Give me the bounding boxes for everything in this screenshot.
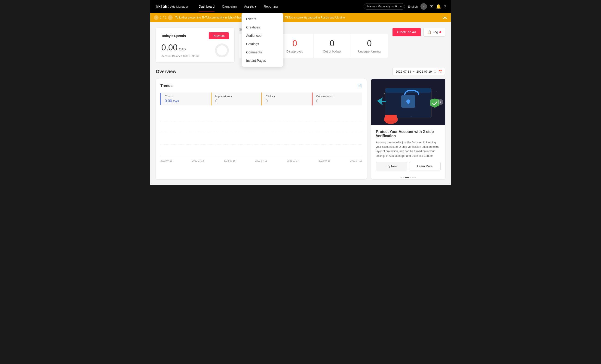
promo-buttons: Try Now Learn More (376, 162, 441, 171)
bell-icon[interactable]: 🔔 (436, 4, 441, 9)
help-icon[interactable]: ? (444, 4, 446, 9)
status-disapproved-label: Disapproved (281, 50, 309, 53)
promo-dot-1 (401, 177, 402, 178)
overview-body: Trends 📄 Cost ▾ 0.00 (156, 79, 445, 179)
overview-title: Overview (156, 69, 176, 74)
chart-label-4: 2022-07-17 (287, 160, 299, 162)
payment-button[interactable]: Payment (209, 32, 229, 39)
avatar: u (421, 3, 427, 10)
banner-next-btn[interactable]: › (168, 15, 173, 20)
chart-label-5: 2022-07-18 (319, 160, 330, 162)
trends-metrics: Cost ▾ 0.00 CAD Impressions (160, 92, 362, 105)
nav-campaign[interactable]: Campaign (219, 3, 240, 10)
promo-title: Protect Your Account with 2-step Verific… (376, 130, 441, 138)
main-header: TikTok : Ads Manager Dashboard Campaign … (150, 0, 451, 13)
date-range-picker[interactable]: 2022-07-13 ~ 2022-07-19 ⓘ 📅 (392, 68, 445, 75)
svg-rect-5 (408, 101, 409, 104)
banner-ok-btn[interactable]: OK (443, 16, 447, 20)
spends-title: Today's Spends (161, 34, 186, 38)
logo-tiktok: TikTok (155, 4, 167, 9)
learn-more-button[interactable]: Learn More (409, 162, 441, 171)
create-ad-button[interactable]: Create an Ad (392, 28, 421, 36)
metric-conversions-value: 0 (316, 99, 358, 103)
promo-description: A strong password is just the first step… (376, 140, 441, 158)
banner-text: To further protect the TikTok community … (175, 16, 440, 19)
logo-separator: : (168, 4, 169, 9)
dropdown-events[interactable]: Events (241, 15, 283, 23)
chevron-down-icon: ▾ (332, 95, 334, 98)
banner-page-current: 1 (160, 16, 161, 19)
mail-icon[interactable]: ✉ (430, 4, 433, 9)
status-outofbudget-value: 0 (318, 39, 346, 48)
metric-conversions-label: Conversions ▾ (316, 95, 358, 98)
chevron-down-icon: ▾ (171, 95, 173, 98)
spends-value: 0.00 (161, 43, 178, 52)
banner-page-separator: / (163, 16, 164, 19)
language-selector[interactable]: English (408, 5, 418, 8)
promo-dot-5 (412, 177, 413, 178)
promo-next-btn[interactable]: › (438, 99, 443, 105)
nav-reporting[interactable]: Reporting (260, 3, 281, 10)
dropdown-instant-pages[interactable]: Instant Pages (241, 56, 283, 65)
account-selector[interactable]: Hannah Macready Inc.0... ▾ (364, 3, 405, 10)
metric-impressions[interactable]: Impressions ▾ 0 (211, 92, 261, 105)
log-button[interactable]: 📋 Log (423, 28, 445, 37)
gridline-2 (160, 133, 362, 133)
metric-impressions-value: 0 (215, 99, 257, 103)
status-underperforming-label: Underperforming (356, 50, 383, 53)
status-disapproved-value: 0 (281, 39, 309, 48)
help-circle-icon-2: ⓘ (434, 70, 436, 73)
chevron-down-icon: ▾ (274, 95, 275, 98)
log-icon: 📋 (427, 30, 431, 34)
promo-dot-3 (405, 177, 409, 178)
svg-text:✦: ✦ (383, 92, 386, 96)
log-notification-dot (440, 31, 441, 33)
header-right: Hannah Macready Inc.0... ▾ English u ✉ 🔔… (364, 3, 446, 10)
gridline-1 (160, 121, 362, 121)
chart-label-0: 2022-07-13 (160, 160, 172, 162)
status-underperforming: 0 Underperforming (351, 34, 388, 58)
svg-text:•: • (436, 91, 437, 93)
banner-prev-btn[interactable]: ‹ (154, 15, 159, 20)
nav-dashboard[interactable]: Dashboard (196, 3, 218, 10)
account-name: Hannah Macready Inc.0... (367, 5, 399, 8)
main-nav: Dashboard Campaign Assets ▾ Reporting (196, 3, 364, 10)
nav-assets[interactable]: Assets ▾ (241, 3, 260, 10)
announcement-banner: ‹ 1 / 2 › To further protect the TikTok … (150, 13, 451, 22)
spends-amount: 0.00 CAD (161, 43, 199, 52)
assets-dropdown: Events Creatives Audiences Catalogs Comm… (241, 13, 283, 67)
dropdown-catalogs[interactable]: Catalogs (241, 40, 283, 48)
metric-impressions-label: Impressions ▾ (215, 95, 257, 98)
metric-clicks-value: 0 (266, 99, 308, 103)
logo-subtitle: Ads Manager (170, 5, 188, 8)
spends-currency: CAD (179, 47, 186, 51)
metric-conversions[interactable]: Conversions ▾ 0 (312, 92, 362, 105)
metric-cost-value: 0.00 CAD (165, 99, 207, 103)
export-icon[interactable]: 📄 (357, 83, 362, 88)
promo-dot-2 (403, 177, 404, 178)
svg-rect-8 (385, 115, 397, 121)
spends-header: Today's Spends Payment (161, 32, 229, 39)
chart-label-1: 2022-07-14 (192, 160, 204, 162)
date-from: 2022-07-13 (396, 70, 411, 73)
promo-dot-6 (414, 177, 416, 178)
metric-cost[interactable]: Cost ▾ 0.00 CAD (160, 92, 210, 105)
banner-nav: ‹ 1 / 2 › (154, 15, 173, 20)
chart-label-2: 2022-07-15 (224, 160, 236, 162)
chart-x-labels: 2022-07-13 2022-07-14 2022-07-15 2022-07… (160, 158, 362, 163)
promo-content: Protect Your Account with 2-step Verific… (371, 125, 445, 175)
gridline-3 (160, 144, 362, 144)
promo-illustration-svg: ✦ • — (371, 79, 445, 125)
dropdown-audiences[interactable]: Audiences (241, 31, 283, 40)
try-now-button[interactable]: Try Now (376, 162, 407, 171)
trends-title: Trends (160, 84, 172, 88)
dropdown-comments[interactable]: Comments (241, 48, 283, 56)
metric-clicks[interactable]: Clicks ▾ 0 (261, 92, 311, 105)
dropdown-creatives[interactable]: Creatives (241, 23, 283, 31)
donut-chart (215, 43, 229, 57)
account-balance: Account Balance 0.00 CAD ⓘ (161, 54, 199, 58)
chevron-down-icon: ▾ (400, 5, 401, 8)
promo-card: ✦ • — › Protect Your Account with 2-step… (371, 79, 445, 179)
promo-image: ✦ • — › (371, 79, 445, 125)
status-outofbudget-label: Out of budget (318, 50, 346, 53)
